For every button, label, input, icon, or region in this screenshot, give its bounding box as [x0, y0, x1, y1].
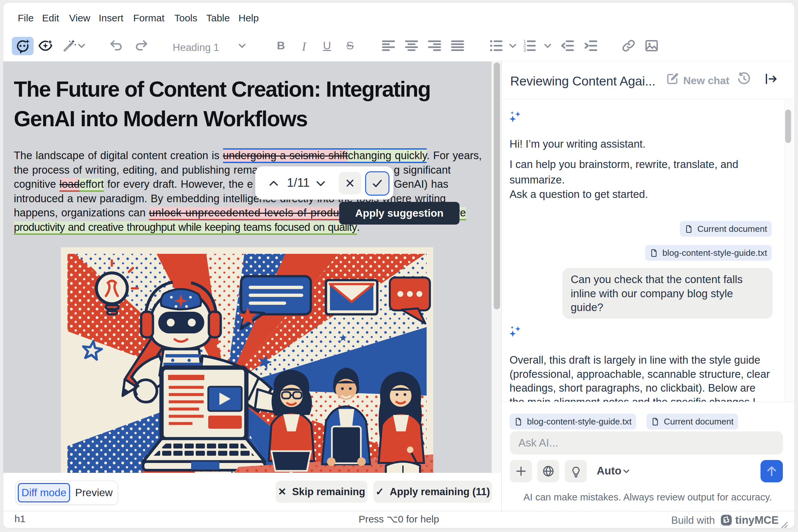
svg-text:3: 3 [523, 48, 526, 53]
